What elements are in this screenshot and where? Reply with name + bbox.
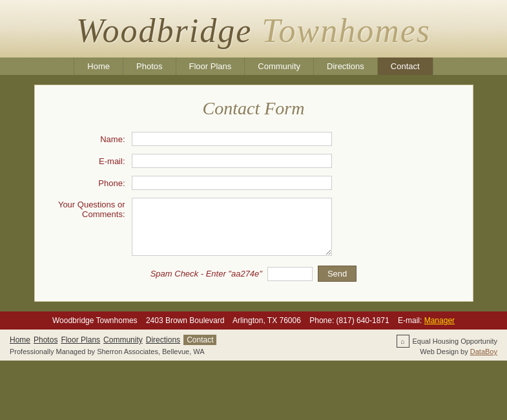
- comments-textarea[interactable]: [132, 198, 332, 256]
- email-row: E-mail:: [54, 154, 453, 168]
- main-content: Contact Form Name: E-mail: Phone: Your Q…: [0, 75, 507, 311]
- footer-bar: Woodbridge Townhomes 2403 Brown Boulevar…: [0, 311, 507, 330]
- footer-nav-community[interactable]: Community: [103, 335, 143, 344]
- site-title: Woodbridge Townhomes: [6, 12, 501, 50]
- nav-item-home[interactable]: Home: [74, 58, 123, 75]
- footer-right: ⌂ Equal Housing Opportunity Web Design b…: [397, 335, 497, 355]
- form-title: Contact Form: [54, 98, 453, 119]
- comments-row: Your Questions or Comments:: [54, 198, 453, 256]
- main-nav: HomePhotosFloor PlansCommunityDirections…: [0, 58, 507, 75]
- site-header: Woodbridge Townhomes: [0, 0, 507, 58]
- footer-nav: HomePhotosFloor PlansCommunityDirections…: [10, 335, 216, 345]
- phone-row: Phone:: [54, 176, 453, 190]
- nav-item-floor-plans[interactable]: Floor Plans: [176, 58, 245, 75]
- nav-item-directions[interactable]: Directions: [314, 58, 378, 75]
- eho-icon: ⌂: [397, 335, 409, 348]
- email-label: E-mail:: [54, 156, 132, 166]
- send-button[interactable]: Send: [318, 266, 357, 282]
- equal-housing-text: Equal Housing Opportunity: [413, 337, 497, 345]
- phone-input[interactable]: [132, 176, 332, 190]
- spam-row: Spam Check - Enter "aa274e" Send: [54, 266, 453, 282]
- web-design-link[interactable]: DataBoy: [470, 348, 497, 355]
- name-row: Name:: [54, 132, 453, 146]
- footer-nav-contact[interactable]: Contact: [183, 335, 216, 345]
- title-part1: Woodbridge: [76, 12, 252, 49]
- nav-item-community[interactable]: Community: [245, 58, 314, 75]
- spam-label: Spam Check - Enter "aa274e": [150, 269, 262, 278]
- footer-phone-label: Phone:: [309, 316, 334, 325]
- footer-nav-floor-plans[interactable]: Floor Plans: [61, 335, 100, 344]
- web-design-text: Web Design by DataBoy: [397, 348, 497, 355]
- name-label: Name:: [54, 134, 132, 144]
- comments-label: Your Questions or Comments:: [54, 198, 132, 219]
- name-input[interactable]: [132, 132, 332, 146]
- footer-nav-photos[interactable]: Photos: [34, 335, 57, 344]
- footer-company: Woodbridge Townhomes: [52, 316, 138, 325]
- footer-phone: (817) 640-1871: [336, 316, 389, 325]
- footer-managed: Professionally Managed by Sherron Associ…: [10, 348, 216, 355]
- spam-input[interactable]: [267, 267, 313, 281]
- nav-item-photos[interactable]: Photos: [123, 58, 176, 75]
- footer-left: HomePhotosFloor PlansCommunityDirections…: [10, 335, 216, 355]
- contact-form-container: Contact Form Name: E-mail: Phone: Your Q…: [34, 85, 473, 302]
- equal-housing: ⌂ Equal Housing Opportunity: [397, 335, 497, 348]
- footer-city: Arlington, TX 76006: [233, 316, 301, 325]
- footer-email-link[interactable]: Manager: [424, 316, 455, 325]
- nav-item-contact[interactable]: Contact: [378, 58, 433, 75]
- email-input[interactable]: [132, 154, 332, 168]
- phone-label: Phone:: [54, 178, 132, 188]
- footer-email-label: E-mail:: [398, 316, 422, 325]
- bottom-footer: HomePhotosFloor PlansCommunityDirections…: [0, 330, 507, 361]
- title-part2: Townhomes: [262, 12, 431, 49]
- footer-address: 2403 Brown Boulevard: [146, 316, 224, 325]
- footer-nav-home[interactable]: Home: [10, 335, 30, 344]
- footer-nav-directions[interactable]: Directions: [146, 335, 180, 344]
